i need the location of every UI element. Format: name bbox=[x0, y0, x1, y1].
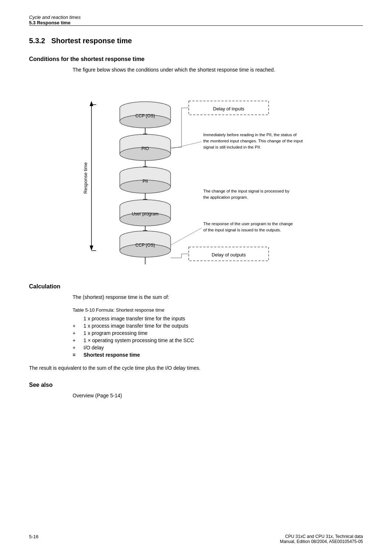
formula-row: + 1 × operating system processing time a… bbox=[73, 337, 363, 343]
svg-marker-29 bbox=[143, 199, 147, 204]
svg-point-42 bbox=[120, 244, 171, 257]
diagram-inner: Response time CCP (OS) PIO bbox=[69, 80, 323, 269]
svg-text:CCP (OS): CCP (OS) bbox=[135, 113, 155, 118]
svg-text:Immediately before reading in : Immediately before reading in the PII, t… bbox=[203, 133, 297, 137]
formula-row: + 1 x program processing time bbox=[73, 330, 363, 336]
formula-item: 1 × operating system processing time at … bbox=[83, 337, 363, 343]
svg-rect-23 bbox=[120, 174, 171, 187]
svg-text:signal is still included in th: signal is still included in the PII. bbox=[203, 145, 261, 149]
formula-operator-equals: = bbox=[73, 352, 83, 358]
formula-row: + 1 x process image transfer time for th… bbox=[73, 323, 363, 329]
svg-rect-45 bbox=[189, 101, 269, 115]
page-header: Cycle and reaction times 5.3 Response ti… bbox=[29, 15, 363, 26]
diagram-container: Response time CCP (OS) PIO bbox=[29, 80, 363, 269]
svg-text:PII: PII bbox=[143, 179, 148, 184]
formula-operator: + bbox=[73, 337, 83, 343]
see-also-heading: See also bbox=[29, 382, 363, 388]
formula-operator: + bbox=[73, 323, 83, 329]
intro-text: The figure below shows the conditions un… bbox=[73, 67, 363, 73]
overview-link: Overview (Page 5-14) bbox=[73, 393, 363, 398]
svg-text:Delay of outputs: Delay of outputs bbox=[212, 252, 246, 258]
svg-rect-50 bbox=[189, 247, 269, 261]
formula-row: + I/O delay bbox=[73, 345, 363, 351]
formula-item: 1 x program processing time bbox=[83, 330, 363, 336]
svg-text:User program: User program bbox=[132, 211, 158, 216]
svg-point-26 bbox=[120, 180, 171, 193]
result-text: The result is equivalent to the sum of t… bbox=[29, 365, 363, 371]
footer-page-number: 5-16 bbox=[29, 534, 38, 544]
formula-row: 1 x process image transfer time for the … bbox=[73, 316, 363, 321]
formula-item-result: Shortest response time bbox=[83, 352, 363, 358]
svg-point-10 bbox=[120, 115, 171, 128]
formula-operator: + bbox=[73, 330, 83, 336]
footer-right: CPU 31xC and CPU 31x, Technical data Man… bbox=[280, 534, 363, 544]
svg-point-18 bbox=[120, 147, 171, 161]
svg-marker-13 bbox=[143, 134, 147, 139]
svg-text:Response time: Response time bbox=[83, 162, 88, 194]
formula-item: 1 x process image transfer time for the … bbox=[83, 316, 363, 321]
formula-item: I/O delay bbox=[83, 345, 363, 351]
formula-item: 1 x process image transfer time for the … bbox=[83, 323, 363, 329]
page-footer: 5-16 CPU 31xC and CPU 31x, Technical dat… bbox=[29, 534, 363, 544]
svg-marker-37 bbox=[143, 230, 147, 235]
page: Cycle and reaction times 5.3 Response ti… bbox=[0, 0, 392, 555]
calc-intro: The (shortest) response time is the sum … bbox=[73, 294, 363, 300]
svg-line-62 bbox=[171, 142, 201, 149]
header-line1: Cycle and reaction times bbox=[29, 15, 363, 20]
svg-point-14 bbox=[120, 134, 171, 147]
diagram-svg: Response time CCP (OS) PIO bbox=[69, 80, 323, 269]
svg-marker-1 bbox=[90, 101, 93, 106]
svg-text:The change of the input signal: The change of the input signal is proces… bbox=[203, 189, 289, 193]
svg-rect-7 bbox=[120, 108, 171, 121]
section-title: 5.3.2 Shortest response time bbox=[29, 37, 363, 45]
table-caption: Table 5-10 Formula: Shortest response ti… bbox=[73, 307, 363, 313]
svg-text:CCP (OS): CCP (OS) bbox=[135, 243, 155, 248]
header-line2: 5.3 Response time bbox=[29, 20, 363, 25]
svg-point-22 bbox=[120, 167, 171, 180]
see-also-section: See also Overview (Page 5-14) bbox=[29, 382, 363, 398]
svg-point-6 bbox=[120, 102, 171, 115]
formula-row-result: = Shortest response time bbox=[73, 352, 363, 358]
svg-text:The response of the user progr: The response of the user program to the … bbox=[203, 222, 293, 226]
svg-point-30 bbox=[120, 200, 171, 213]
formula-table: 1 x process image transfer time for the … bbox=[73, 316, 363, 358]
formula-operator: + bbox=[73, 345, 83, 351]
svg-text:the monitored input changes. T: the monitored input changes. This change… bbox=[203, 139, 303, 143]
svg-marker-21 bbox=[143, 166, 147, 171]
svg-rect-31 bbox=[120, 206, 171, 219]
svg-text:Delay of inputs: Delay of inputs bbox=[213, 106, 244, 112]
svg-point-38 bbox=[120, 231, 171, 244]
footer-right-line1: CPU 31xC and CPU 31x, Technical data bbox=[280, 534, 363, 539]
svg-rect-15 bbox=[120, 141, 171, 154]
svg-text:PIO: PIO bbox=[142, 146, 149, 151]
svg-marker-2 bbox=[90, 246, 93, 251]
footer-right-line2: Manual, Edition 08/2004, A5E00105475-05 bbox=[280, 539, 363, 544]
calculation-heading: Calculation bbox=[29, 283, 363, 290]
svg-rect-39 bbox=[120, 238, 171, 251]
svg-line-63 bbox=[171, 228, 201, 245]
conditions-heading: Conditions for the shortest response tim… bbox=[29, 56, 363, 62]
svg-text:of the input signal is issued : of the input signal is issued to the out… bbox=[203, 228, 281, 232]
formula-table-section: Table 5-10 Formula: Shortest response ti… bbox=[73, 307, 363, 358]
svg-text:the application program.: the application program. bbox=[203, 195, 248, 199]
svg-point-34 bbox=[120, 213, 171, 226]
